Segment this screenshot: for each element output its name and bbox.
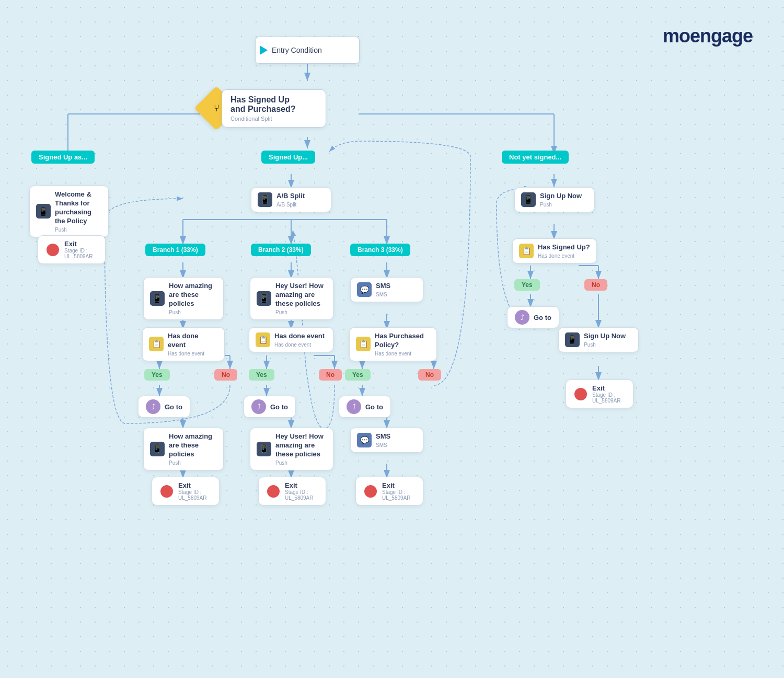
exit-b2-sub: Stage ID : UL_5809AR <box>285 489 317 501</box>
decision-title: Has Signed Up <box>230 95 317 105</box>
signup-right2-sub: Push <box>584 342 626 348</box>
sms-b3-2-sub: SMS <box>376 442 390 448</box>
branch2-label: Branch 2 (33%) <box>251 244 311 256</box>
ab-split-node[interactable]: A/B Split A/B Split <box>251 187 331 212</box>
goto-b1-node[interactable]: Go to <box>138 396 190 418</box>
branch-left-label: Signed Up as... <box>31 151 95 164</box>
badge-yes-right: Yes <box>514 279 540 291</box>
signup-now-right2-node[interactable]: Sign Up Now Push <box>558 327 639 352</box>
exit-left-node[interactable]: Exit Stage ID : UL_5809AR <box>38 235 106 264</box>
push-b2-1-sub: Push <box>275 309 327 315</box>
signup-now-right-node[interactable]: Sign Up Now Push <box>514 187 595 212</box>
has-signed-event-icon <box>519 244 534 258</box>
push-b2-1-title: Hey User! How amazing are these policies <box>275 282 327 308</box>
welcome-push-title: Welcome & Thanks for purchasing the Poli… <box>55 190 102 226</box>
exit-b2-title: Exit <box>285 481 317 489</box>
entry-label: Entry Condition <box>272 46 322 54</box>
exit-b1-dot <box>160 485 173 498</box>
has-signed-up-node[interactable]: Has Signed Up? Has done event <box>512 238 597 263</box>
event-b1-icon <box>149 337 164 351</box>
sms-b3-1-title: SMS <box>376 282 390 291</box>
decision-node[interactable]: ⑂ Has Signed Up and Purchased? Condition… <box>197 79 374 137</box>
exit-b3-title: Exit <box>382 481 414 489</box>
event-b3-sub: Has done event <box>375 351 430 357</box>
event-b2-icon <box>256 332 270 347</box>
play-icon <box>260 45 268 55</box>
exit-b2-dot <box>267 485 280 498</box>
welcome-push-sub: Push <box>55 227 102 233</box>
push-b1-2-title: How amazing are these policies <box>169 432 217 459</box>
signup-right-sub: Push <box>540 202 582 208</box>
branch-center-label: Signed Up... <box>261 151 315 164</box>
push-b1-2-node[interactable]: How amazing are these policies Push <box>143 428 224 470</box>
goto-b3-text: Go to <box>365 403 383 411</box>
push-b2-1-node[interactable]: Hey User! How amazing are these policies… <box>250 277 333 320</box>
entry-condition-node[interactable]: Entry Condition <box>255 37 360 64</box>
goto-right-node[interactable]: Go to <box>507 306 559 328</box>
exit-right-dot <box>574 388 587 400</box>
branch1-label: Branch 1 (33%) <box>145 244 205 256</box>
decision-title2: and Purchased? <box>230 105 317 114</box>
exit-b2-node[interactable]: Exit Stage ID : UL_5809AR <box>258 477 326 505</box>
logo: moengage <box>663 25 753 47</box>
logo-text: moengage <box>663 25 753 47</box>
exit-right-title: Exit <box>592 384 625 392</box>
event-b3-icon <box>356 337 371 351</box>
sms-b3-1-sub: SMS <box>376 292 390 297</box>
event-b2-sub: Has done event <box>274 342 325 348</box>
push-b2-2-phone-icon <box>257 442 271 456</box>
decision-sub: Conditional Split <box>230 116 317 122</box>
exit-left-sub: Stage ID : UL_5809AR <box>64 248 97 259</box>
exit-left-title: Exit <box>64 240 97 248</box>
exit-dot <box>47 244 59 256</box>
welcome-push-node[interactable]: Welcome & Thanks for purchasing the Poli… <box>29 186 109 237</box>
signup-right2-title: Sign Up Now <box>584 332 626 341</box>
sms-b3-2-node[interactable]: SMS SMS <box>350 428 423 453</box>
sms-b3-1-node[interactable]: SMS SMS <box>350 277 423 302</box>
goto-b1-icon <box>146 399 160 414</box>
ab-split-sub: A/B Split <box>276 202 305 208</box>
badge-no-b1: No <box>214 369 237 381</box>
event-b2-node[interactable]: Has done event Has done event <box>249 327 333 352</box>
goto-b1-text: Go to <box>165 403 182 411</box>
exit-b3-sub: Stage ID : UL_5809AR <box>382 489 414 501</box>
badge-no-b2: No <box>319 369 342 381</box>
event-b3-node[interactable]: Has Purchased Policy? Has done event <box>349 327 437 361</box>
diamond-icon: ⑂ <box>214 103 220 114</box>
exit-b1-node[interactable]: Exit Stage ID : UL_5809AR <box>152 477 220 505</box>
push-b1-2-sub: Push <box>169 460 217 466</box>
push-b1-1-title: How amazing are these policies <box>169 282 217 308</box>
push-b1-1-sub: Push <box>169 309 217 315</box>
goto-b2-icon <box>251 399 266 414</box>
goto-b2-node[interactable]: Go to <box>244 396 296 418</box>
phone-icon <box>36 204 51 219</box>
badge-yes-b3: Yes <box>345 369 371 381</box>
event-b1-title: Has done event <box>168 332 218 350</box>
exit-b3-node[interactable]: Exit Stage ID : UL_5809AR <box>355 477 423 505</box>
signup2-phone-icon <box>565 332 580 347</box>
sms-b3-2-title: SMS <box>376 432 390 441</box>
exit-b3-dot <box>364 485 377 498</box>
badge-yes-b1: Yes <box>144 369 170 381</box>
ab-phone-icon <box>258 192 272 207</box>
goto-b2-text: Go to <box>270 403 288 411</box>
goto-b3-node[interactable]: Go to <box>339 396 391 418</box>
goto-b3-icon <box>347 399 361 414</box>
event-b3-title: Has Purchased Policy? <box>375 332 430 350</box>
has-signed-sub: Has done event <box>538 253 590 259</box>
ab-split-title: A/B Split <box>276 192 305 201</box>
push-b2-2-node[interactable]: Hey User! How amazing are these policies… <box>250 428 333 470</box>
push-b2-phone-icon <box>257 291 271 306</box>
signup-phone-icon <box>521 192 536 207</box>
push-b2-2-sub: Push <box>275 460 327 466</box>
branch-right-label: Not yet signed... <box>502 151 569 164</box>
event-b1-node[interactable]: Has done event Has done event <box>142 327 225 361</box>
sms-b3-2-icon <box>357 433 372 447</box>
push-b1-phone-icon <box>150 291 165 306</box>
goto-right-icon <box>515 310 529 325</box>
event-b2-title: Has done event <box>274 332 325 341</box>
exit-right-node[interactable]: Exit Stage ID : UL_5809AR <box>566 380 633 408</box>
badge-no-b3: No <box>418 369 441 381</box>
exit-b1-title: Exit <box>178 481 211 489</box>
push-b1-1-node[interactable]: How amazing are these policies Push <box>143 277 224 320</box>
